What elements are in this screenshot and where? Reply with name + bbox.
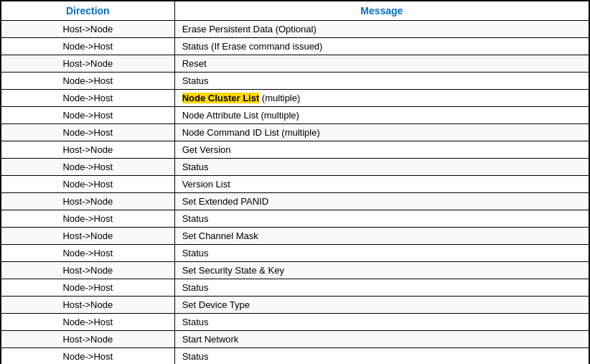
direction-cell: Node->Host <box>1 38 175 55</box>
table-row: Node->HostStatus <box>1 348 589 365</box>
message-cell: Start Network <box>174 331 589 348</box>
table-row: Node->HostStatus <box>1 245 589 262</box>
table-row: Host->NodeSet Channel Mask <box>1 228 589 245</box>
table-row: Node->HostNode Attribute List (multiple) <box>1 107 589 124</box>
message-cell: Set Extended PANID <box>174 193 589 210</box>
table-row: Node->HostStatus <box>1 210 589 228</box>
message-cell: Node Cluster List (multiple) <box>174 90 589 107</box>
direction-cell: Node->Host <box>1 348 175 365</box>
table-row: Node->HostStatus (If Erase command issue… <box>1 38 589 55</box>
message-cell: Status <box>174 210 589 228</box>
message-cell: Node Attribute List (multiple) <box>174 107 589 124</box>
table-row: Host->NodeSet Device Type <box>1 297 589 314</box>
message-cell: Status (If Erase command issued) <box>174 38 589 55</box>
table-row: Host->NodeStart Network <box>1 331 589 348</box>
message-cell: Version List <box>174 176 589 193</box>
message-cell: Erase Persistent Data (Optional) <box>174 21 589 38</box>
table-row: Node->HostStatus <box>1 73 589 90</box>
table-row: Host->NodeReset <box>1 55 589 73</box>
direction-cell: Node->Host <box>1 159 175 176</box>
table-row: Host->NodeErase Persistent Data (Optiona… <box>1 21 589 38</box>
message-header: Message <box>174 1 589 21</box>
message-cell: Node Command ID List (multiple) <box>174 124 589 141</box>
table-row: Host->NodeGet Version <box>1 141 589 159</box>
table-row: Node->HostStatus <box>1 159 589 176</box>
table-row: Node->HostNode Cluster List (multiple) <box>1 90 589 107</box>
message-cell: Status <box>174 73 589 90</box>
direction-header: Direction <box>1 1 175 21</box>
table-row: Host->NodeSet Extended PANID <box>1 193 589 210</box>
direction-cell: Node->Host <box>1 73 175 90</box>
direction-cell: Node->Host <box>1 90 175 107</box>
direction-cell: Host->Node <box>1 21 175 38</box>
direction-cell: Host->Node <box>1 55 175 73</box>
table-row: Node->HostStatus <box>1 314 589 331</box>
direction-cell: Host->Node <box>1 262 175 279</box>
direction-cell: Node->Host <box>1 210 175 228</box>
message-cell: Status <box>174 159 589 176</box>
direction-cell: Host->Node <box>1 331 175 348</box>
message-cell: Status <box>174 279 589 297</box>
direction-cell: Node->Host <box>1 314 175 331</box>
direction-cell: Node->Host <box>1 245 175 262</box>
direction-cell: Host->Node <box>1 141 175 159</box>
message-cell: Get Version <box>174 141 589 159</box>
message-cell: Set Channel Mask <box>174 228 589 245</box>
message-cell: Status <box>174 245 589 262</box>
data-table: Direction Message Host->NodeErase Persis… <box>1 1 589 364</box>
normal-text: (multiple) <box>259 93 300 103</box>
table-row: Node->HostVersion List <box>1 176 589 193</box>
direction-cell: Node->Host <box>1 176 175 193</box>
header-row: Direction Message <box>1 1 589 21</box>
message-cell: Reset <box>174 55 589 73</box>
message-cell: Status <box>174 314 589 331</box>
table-row: Host->NodeSet Security State & Key <box>1 262 589 279</box>
direction-cell: Host->Node <box>1 193 175 210</box>
main-table-container: Direction Message Host->NodeErase Persis… <box>0 0 590 364</box>
table-row: Node->HostNode Command ID List (multiple… <box>1 124 589 141</box>
direction-cell: Host->Node <box>1 297 175 314</box>
highlighted-text: Node Cluster List <box>182 93 260 103</box>
message-cell: Set Device Type <box>174 297 589 314</box>
direction-cell: Host->Node <box>1 228 175 245</box>
direction-cell: Node->Host <box>1 124 175 141</box>
message-cell: Set Security State & Key <box>174 262 589 279</box>
direction-cell: Node->Host <box>1 107 175 124</box>
message-cell: Status <box>174 348 589 365</box>
table-row: Node->HostStatus <box>1 279 589 297</box>
direction-cell: Node->Host <box>1 279 175 297</box>
